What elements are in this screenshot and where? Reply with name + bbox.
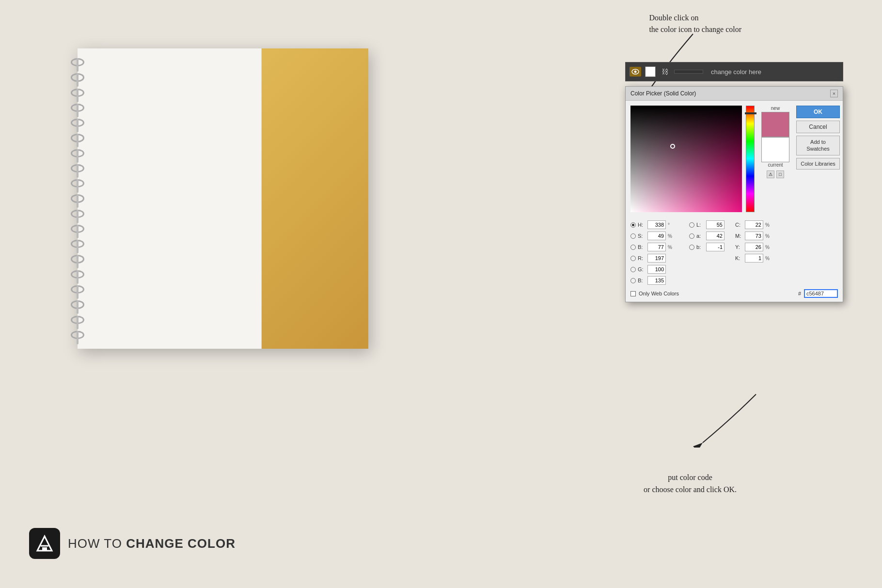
saturation-label: S: (638, 233, 646, 239)
hue-input[interactable] (647, 220, 666, 229)
green-radio[interactable] (630, 267, 636, 272)
hue-row: H: ° (630, 220, 674, 230)
M-row: M: % (735, 231, 771, 241)
spiral-ring (71, 316, 84, 324)
saturation-input[interactable] (647, 232, 666, 240)
b-radio[interactable] (689, 245, 694, 250)
M-input[interactable] (745, 232, 763, 240)
eye-icon[interactable] (630, 67, 641, 77)
hex-input[interactable] (804, 289, 838, 298)
brightness-row: B: % (630, 242, 674, 252)
brightness-unit: % (668, 245, 674, 250)
color-values-section: H: ° S: % B: % R: (626, 217, 843, 287)
hue-unit: ° (668, 222, 674, 228)
spiral-ring (71, 119, 84, 127)
saturation-unit: % (668, 233, 674, 239)
spiral-binding (68, 58, 87, 339)
gradient-cursor (670, 144, 675, 149)
hex-row: Only Web Colors # (626, 287, 843, 302)
spiral-ring (71, 89, 84, 97)
color-picker-dialog: Color Picker (Solid Color) × new current… (625, 86, 843, 302)
K-input[interactable] (745, 254, 763, 263)
green-row: G: (630, 264, 674, 274)
svg-rect-4 (42, 547, 47, 550)
M-unit: % (765, 233, 771, 239)
spiral-ring (71, 300, 84, 309)
saturation-radio[interactable] (630, 233, 636, 239)
spiral-ring (71, 225, 84, 233)
spiral-ring (71, 149, 84, 157)
C-unit: % (765, 222, 771, 228)
a-radio[interactable] (689, 233, 694, 239)
hsb-rgb-column: H: ° S: % B: % R: (630, 220, 674, 285)
spiral-ring (71, 331, 84, 339)
a-input[interactable] (706, 232, 724, 240)
spiral-ring (71, 73, 84, 81)
red-input[interactable] (647, 254, 666, 263)
brightness-label: B: (638, 244, 646, 250)
a-row: a: (689, 231, 724, 241)
C-input[interactable] (745, 220, 763, 229)
dialog-close-button[interactable]: × (830, 90, 838, 97)
bottom-logo-section: HOW TO CHANGE COLOR (29, 528, 236, 559)
white-page (78, 48, 262, 349)
L-radio[interactable] (689, 222, 694, 228)
C-row: C: % (735, 220, 771, 230)
hue-slider-container (746, 106, 755, 212)
warning-icon[interactable]: ⚠ (767, 170, 774, 178)
K-label: K: (735, 255, 743, 261)
brightness-radio[interactable] (630, 245, 636, 250)
a-label: a: (696, 233, 704, 239)
b-row: b: (689, 242, 724, 252)
b-input[interactable] (706, 243, 724, 251)
dialog-title-bar: Color Picker (Solid Color) × (626, 87, 843, 101)
hue-slider[interactable] (746, 106, 755, 212)
notebook-pages (78, 48, 368, 349)
color-libraries-button[interactable]: Color Libraries (796, 158, 840, 170)
spiral-ring (71, 255, 84, 263)
stroke-preview (674, 70, 703, 74)
add-to-swatches-button[interactable]: Add to Swatches (796, 136, 840, 155)
hue-cursor (745, 112, 756, 114)
lab-column: L: a: b: (689, 220, 724, 285)
chain-icon: ⛓ (660, 66, 670, 77)
cmyk-column: C: % M: % Y: % K: % (735, 220, 771, 285)
Y-label: Y: (735, 244, 743, 250)
web-colors-checkbox[interactable] (630, 291, 636, 296)
brightness-input[interactable] (647, 243, 666, 251)
spiral-ring (71, 270, 84, 279)
b-label: b: (696, 244, 704, 250)
gamut-icon[interactable]: □ (776, 170, 784, 178)
spiral-ring (71, 285, 84, 294)
L-label: L: (696, 222, 704, 228)
green-input[interactable] (647, 265, 666, 274)
ok-button[interactable]: OK (796, 106, 840, 118)
web-colors-label: Only Web Colors (639, 291, 679, 296)
cancel-button[interactable]: Cancel (796, 121, 840, 133)
Y-input[interactable] (745, 243, 763, 251)
ps-toolbar: ⛓ change color here (625, 62, 843, 81)
new-color-preview (761, 112, 789, 137)
blue-radio[interactable] (630, 278, 636, 283)
saturation-row: S: % (630, 231, 674, 241)
dialog-right-panel: OK Cancel Add to Swatches Color Librarie… (796, 106, 840, 212)
spiral-ring (71, 194, 84, 202)
blue-input[interactable] (647, 276, 666, 285)
notebook (39, 48, 368, 349)
color-swatch-icon[interactable] (645, 66, 656, 77)
new-color-label: new (771, 106, 780, 111)
blue-row: B: (630, 276, 674, 285)
Y-row: Y: % (735, 242, 771, 252)
hex-hash: # (798, 291, 801, 296)
red-radio[interactable] (630, 256, 636, 261)
svg-point-2 (634, 71, 637, 73)
hue-radio[interactable] (630, 222, 636, 228)
spiral-ring (71, 104, 84, 112)
color-gradient-picker[interactable] (630, 106, 742, 212)
C-label: C: (735, 222, 743, 228)
green-label: G: (638, 266, 646, 272)
red-label: R: (638, 255, 646, 261)
spiral-ring (71, 58, 84, 66)
hue-label: H: (638, 222, 646, 228)
L-input[interactable] (706, 220, 724, 229)
